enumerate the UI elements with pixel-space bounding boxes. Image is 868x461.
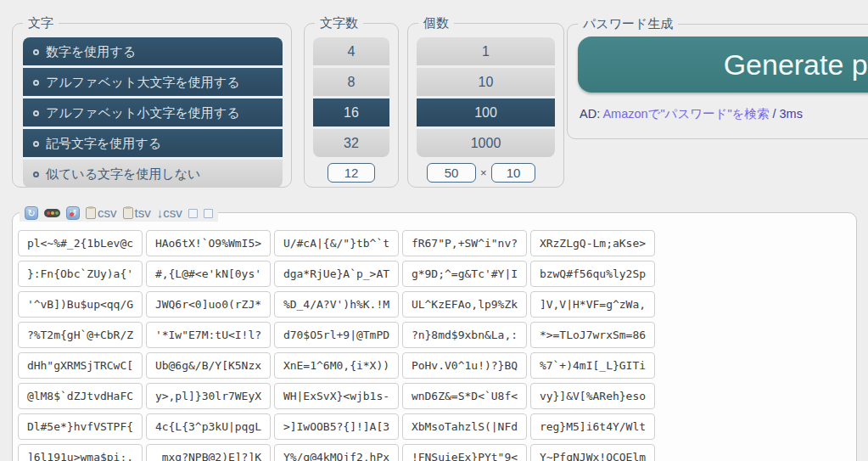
password-cell: Ub@6g&/B/Y[K5Nzx — [146, 352, 271, 379]
option-label: 数字を使用する — [46, 44, 136, 59]
password-cell: >]IwOOB5?{]!]A[3 — [274, 413, 399, 440]
password-cell: U/#cA|{&/"}tb^`t — [274, 230, 399, 256]
bullet-icon — [33, 110, 39, 116]
count-rows-input[interactable] — [427, 163, 476, 183]
toolbar-checkbox-2[interactable] — [204, 209, 213, 218]
password-cell: '*Iw"E7M:tU<I!l? — [146, 322, 271, 348]
ad-amazon-link[interactable]: Amazonで"パスワード"を検索 — [602, 107, 769, 121]
length-custom-input[interactable] — [328, 163, 375, 183]
copy-csv-button[interactable]: csv — [86, 205, 117, 222]
count-option-10[interactable]: 10 — [417, 68, 555, 96]
password-cell: !FNSuieEx}PYt"9< — [402, 444, 527, 461]
copy-tsv-button[interactable]: tsv — [123, 205, 151, 222]
password-cell: @lM8$`dZJtvdHaFC — [18, 383, 143, 409]
password-cell: fR67"P,+SW^i"nv? — [402, 230, 527, 256]
option-label: アルファベット大文字を使用する — [46, 75, 240, 89]
ad-line: AD: Amazonで"パスワード"を検索 / 3ms — [580, 106, 803, 122]
password-cell: pl<~%#_2{1bLev@c — [18, 230, 143, 256]
password-cell: XbMsoTahzlS(|NFd — [402, 413, 527, 440]
bullet-icon — [33, 171, 39, 177]
password-cell: }:Fn{Obc`ZUy)a{' — [18, 261, 143, 287]
password-cell: vy}]&V[%AReh}eso — [530, 383, 655, 409]
option-label: アルファベット小文字を使用する — [46, 105, 240, 120]
toolbar-checkbox-1[interactable] — [188, 209, 198, 218]
count-option-100[interactable]: 100 — [417, 98, 555, 126]
option-use-digits[interactable]: 数字を使用する — [23, 37, 283, 65]
password-cell: PoHv.V0^1u!)?}BQ — [402, 352, 527, 379]
password-cell: XnE=1^6M0,{i*X)) — [274, 352, 399, 379]
count-cols-input[interactable] — [491, 163, 535, 183]
password-grid: pl<~%#_2{1bLev@cHAo6tX!`O9%WmI5>U/#cA|{&… — [18, 230, 655, 461]
password-cell: %D_4/A?V')h%K.!M — [274, 291, 399, 318]
password-cell: reg}M5]i6t4Y/Wlt — [530, 413, 655, 440]
length-option-4[interactable]: 4 — [313, 37, 389, 65]
red-dot-icon — [70, 212, 74, 216]
clipboard-icon — [86, 207, 96, 219]
option-avoid-similar-chars[interactable]: 似ている文字を使用しない — [23, 160, 283, 188]
bullet-icon — [33, 141, 39, 147]
password-cell: WH|ExSvX}<wjb1s- — [274, 383, 399, 409]
bullet-icon — [33, 80, 39, 86]
password-cell: '^vB])Bu$up<qq/G — [18, 291, 143, 318]
ad-prefix: AD: — [580, 107, 600, 121]
option-use-lowercase[interactable]: アルファベット小文字を使用する — [23, 98, 283, 126]
password-cell: dHh"gXRMSjTRCwC[ — [18, 352, 143, 379]
generate-panel-legend: パスワード生成 — [578, 15, 678, 32]
password-cell: y>,pl]}30lr7WEyX — [146, 383, 271, 409]
password-cell: ?n}8md$9xbn&La,: — [402, 322, 527, 348]
clipboard-icon — [123, 207, 133, 219]
password-cell: ?%T2m{gH`@+CbR/Z — [18, 322, 143, 348]
count-option-1000[interactable]: 1000 — [417, 129, 555, 157]
password-cell: 4c{L{3^p3kU|pqgL — [146, 413, 271, 440]
multiply-sign: × — [480, 166, 487, 179]
password-cell: ]V,V|H*VF=g^zWa, — [530, 291, 655, 318]
charset-panel: 文字 数字を使用する アルファベット大文字を使用する アルファベット小文字を使用… — [12, 23, 292, 188]
password-cell: dga*RjUe}A`p_>AT — [274, 261, 399, 287]
length-panel-legend: 文字数 — [315, 14, 363, 31]
regenerate-icon[interactable]: ↻ — [25, 206, 38, 220]
password-cell: bzwQ#f56qu%ly2Sp — [530, 261, 655, 287]
password-cell: d70$O5rl+9|@TmPD — [274, 322, 399, 348]
option-label: 似ている文字を使用しない — [46, 166, 200, 181]
length-panel: 文字数 4 8 16 32 — [304, 23, 399, 188]
generate-panel: パスワード生成 Generate password AD: Amazonで"パス… — [567, 24, 868, 139]
password-cell: *>=TLoJ7wrxSm=86 — [530, 322, 655, 348]
bullet-icon — [33, 49, 39, 55]
password-cell: #,{L@#<e'kN[0ys' — [146, 261, 271, 287]
generate-password-button[interactable]: Generate password — [578, 37, 868, 93]
password-cell: UL^KzEFAo,lp9%Zk — [402, 291, 527, 318]
download-csv-button[interactable]: ↓csv — [157, 205, 182, 222]
count-panel-legend: 個数 — [418, 14, 454, 31]
password-cell: wnD6Z&=S*D<`U8f< — [402, 383, 527, 409]
option-label: 記号文字を使用する — [46, 136, 161, 150]
password-cell: Dl#5e*}hvfVSTPF{ — [18, 413, 143, 440]
results-toolbar: ↻ ↺ csv tsv ↓csv — [20, 204, 218, 222]
results-panel: ↻ ↺ csv tsv ↓csv pl<~%#_2{1bLev@cHAo6tX!… — [12, 212, 857, 461]
password-cell: _mxg?NPB@2)E]?]K — [146, 444, 271, 461]
password-cell: Y%/q@4kMQjf2,hPx — [274, 444, 399, 461]
password-generator-page: 文字 数字を使用する アルファベット大文字を使用する アルファベット小文字を使用… — [0, 0, 868, 461]
reload-icon[interactable]: ↺ — [66, 206, 80, 220]
password-cell: HAo6tX!`O9%WmI5> — [146, 230, 271, 256]
count-panel: 個数 1 10 100 1000 × — [407, 23, 564, 188]
option-use-uppercase[interactable]: アルファベット大文字を使用する — [23, 68, 283, 96]
charset-panel-legend: 文字 — [23, 14, 59, 31]
password-cell: %7`+)4mI[_L}GITi — [530, 352, 655, 379]
password-cell: ]6l191u>wma$pi;. — [18, 444, 143, 461]
option-use-symbols[interactable]: 記号文字を使用する — [23, 129, 283, 157]
length-option-16[interactable]: 16 — [313, 98, 389, 126]
count-option-1[interactable]: 1 — [417, 37, 555, 65]
length-option-32[interactable]: 32 — [313, 129, 389, 157]
password-cell: g*9D;^=g&Tc'#Y|I — [402, 261, 527, 287]
traffic-light-icon[interactable] — [44, 209, 60, 217]
password-cell: JWQ6r<0]uo0(rZJ* — [146, 291, 271, 318]
length-option-8[interactable]: 8 — [313, 68, 389, 96]
ad-timing: / 3ms — [769, 107, 802, 121]
password-cell: Y~PfqNJWx!OCQElm — [530, 444, 655, 461]
password-cell: XRzZLgQ-Lm;aKse> — [530, 230, 655, 256]
